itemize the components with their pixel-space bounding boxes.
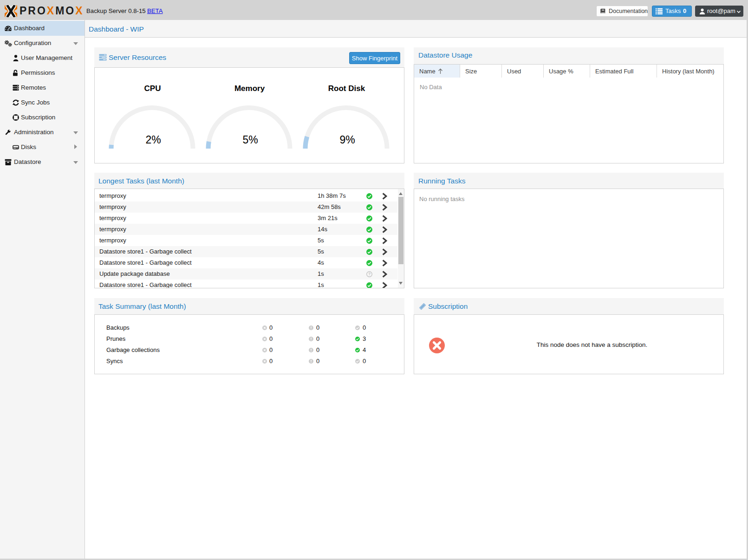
svg-text:?: ? xyxy=(368,272,371,276)
